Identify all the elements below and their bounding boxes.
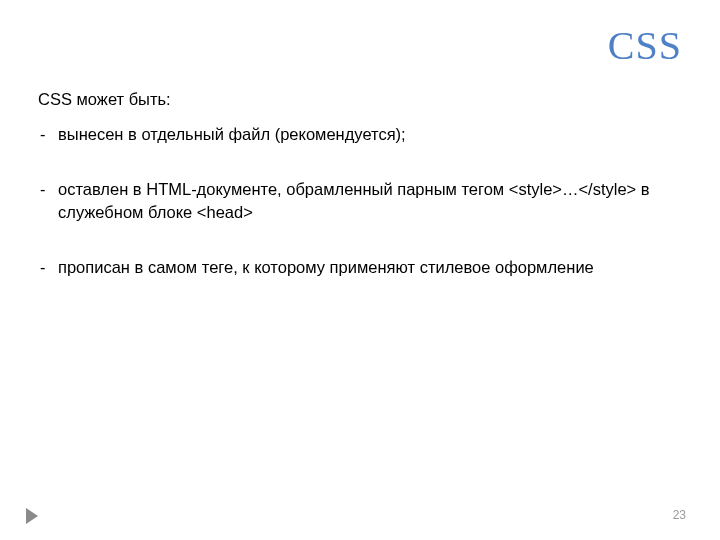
page-number: 23 xyxy=(673,508,686,522)
list-item: прописан в самом теге, к которому примен… xyxy=(38,256,682,279)
intro-text: CSS может быть: xyxy=(38,88,682,111)
list-item: вынесен в отдельный файл (рекомендуется)… xyxy=(38,123,682,146)
slide-body: CSS может быть: вынесен в отдельный файл… xyxy=(38,88,682,311)
slide: CSS CSS может быть: вынесен в отдельный … xyxy=(0,0,720,540)
slide-title: CSS xyxy=(608,22,682,69)
play-arrow-icon xyxy=(26,508,38,524)
bullet-list: вынесен в отдельный файл (рекомендуется)… xyxy=(38,123,682,279)
list-item: оставлен в HTML-документе, обрамленный п… xyxy=(38,178,682,224)
